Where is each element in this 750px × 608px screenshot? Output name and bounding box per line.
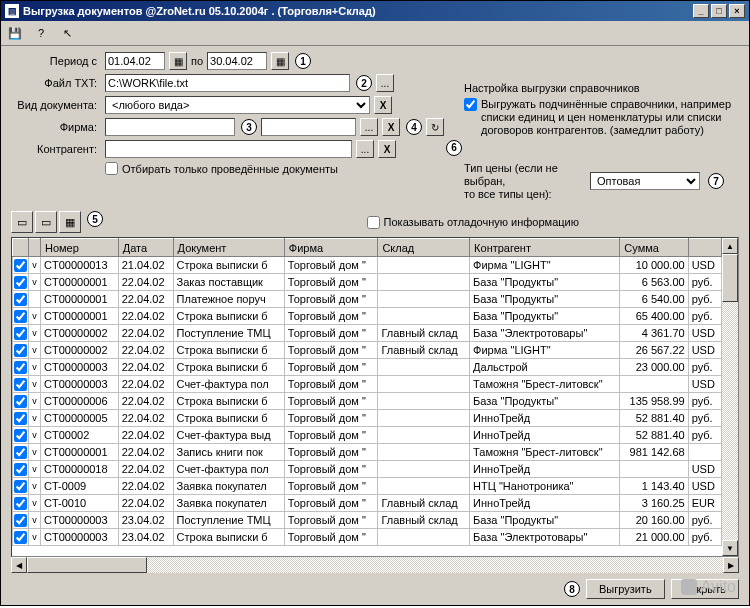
table-row[interactable]: CT0000000122.04.02Платежное поручТорговы… — [13, 291, 722, 308]
column-header[interactable]: Фирма — [284, 239, 378, 257]
column-header[interactable]: Склад — [378, 239, 470, 257]
cell-num: CT00000001 — [41, 308, 119, 325]
row-checkbox[interactable] — [14, 395, 27, 408]
file-browse-button[interactable]: ... — [376, 74, 394, 92]
table-row[interactable]: vCT0000001321.04.02Строка выписки бТорго… — [13, 257, 722, 274]
cell-warehouse — [378, 410, 470, 427]
doctype-clear-button[interactable]: X — [374, 96, 392, 114]
row-checkbox[interactable] — [14, 412, 27, 425]
horizontal-scrollbar[interactable]: ◀ ▶ — [11, 557, 739, 573]
cell-date: 23.04.02 — [118, 529, 173, 546]
refresh-button[interactable]: ↻ — [426, 118, 444, 136]
price-type-select[interactable]: Оптовая — [590, 172, 700, 190]
calendar-from-button[interactable]: ▦ — [169, 52, 187, 70]
data-table: НомерДатаДокументФирмаСкладКонтрагентСум… — [11, 237, 739, 557]
file-label: Файл TXT: — [11, 77, 101, 89]
grid-btn-2[interactable]: ▭ — [35, 211, 57, 233]
row-checkbox[interactable] — [14, 310, 27, 323]
cell-contractor: База "Продукты" — [470, 393, 620, 410]
row-checkbox[interactable] — [14, 497, 27, 510]
cell-date: 22.04.02 — [118, 359, 173, 376]
table-row[interactable]: vCT-000922.04.02Заявка покупателТорговый… — [13, 478, 722, 495]
firm-clear-button[interactable]: X — [382, 118, 400, 136]
arrow-icon[interactable]: ↖ — [57, 23, 77, 43]
scroll-up-button[interactable]: ▲ — [722, 238, 738, 254]
scroll-thumb[interactable] — [722, 254, 738, 302]
row-checkbox[interactable] — [14, 378, 27, 391]
cell-doc: Поступление ТМЦ — [173, 325, 284, 342]
table-row[interactable]: vCT0000001822.04.02Счет-фактура полТорго… — [13, 461, 722, 478]
cell-num: CT00000001 — [41, 274, 119, 291]
table-row[interactable]: vCT0000000622.04.02Строка выписки бТорго… — [13, 393, 722, 410]
table-row[interactable]: vCT0000000323.04.02Строка выписки бТорго… — [13, 529, 722, 546]
export-button[interactable]: Выгрузить — [586, 579, 665, 599]
table-row[interactable]: vCT-001022.04.02Заявка покупателТорговый… — [13, 495, 722, 512]
table-row[interactable]: vCT0000000322.04.02Строка выписки бТорго… — [13, 359, 722, 376]
firm-input-2[interactable] — [261, 118, 356, 136]
contractor-browse-button[interactable]: ... — [356, 140, 374, 158]
table-row[interactable]: vCT0000000222.04.02Поступление ТМЦТоргов… — [13, 325, 722, 342]
grid-btn-1[interactable]: ▭ — [11, 211, 33, 233]
cell-date: 22.04.02 — [118, 478, 173, 495]
cell-sum: 26 567.22 — [620, 342, 688, 359]
scroll-right-button[interactable]: ▶ — [723, 557, 739, 573]
table-row[interactable]: vCT0000000323.04.02Поступление ТМЦТоргов… — [13, 512, 722, 529]
row-checkbox[interactable] — [14, 429, 27, 442]
row-checkbox[interactable] — [14, 361, 27, 374]
scroll-down-button[interactable]: ▼ — [722, 540, 738, 556]
row-checkbox[interactable] — [14, 463, 27, 476]
grid-btn-3[interactable]: ▦ — [59, 211, 81, 233]
row-posted-mark: v — [29, 444, 41, 461]
firm-browse-button[interactable]: ... — [360, 118, 378, 136]
scroll-left-button[interactable]: ◀ — [11, 557, 27, 573]
column-header[interactable]: Дата — [118, 239, 173, 257]
table-row[interactable]: vCT0000000122.04.02Запись книги покТорго… — [13, 444, 722, 461]
cell-num: CT-0010 — [41, 495, 119, 512]
column-header[interactable] — [29, 239, 41, 257]
column-header[interactable] — [13, 239, 29, 257]
row-checkbox[interactable] — [14, 480, 27, 493]
close-button[interactable]: × — [729, 4, 745, 18]
minimize-button[interactable]: _ — [693, 4, 709, 18]
calendar-to-button[interactable]: ▦ — [271, 52, 289, 70]
row-checkbox[interactable] — [14, 293, 27, 306]
row-checkbox[interactable] — [14, 259, 27, 272]
row-checkbox[interactable] — [14, 531, 27, 544]
row-checkbox[interactable] — [14, 276, 27, 289]
cell-currency: USD — [688, 342, 721, 359]
export-child-checkbox[interactable] — [464, 98, 477, 111]
contractor-input[interactable] — [105, 140, 352, 158]
doctype-select[interactable]: <любого вида> — [105, 96, 370, 114]
table-row[interactable]: vCT0000000322.04.02Счет-фактура полТорго… — [13, 376, 722, 393]
cell-num: CT00000018 — [41, 461, 119, 478]
row-checkbox[interactable] — [14, 327, 27, 340]
vertical-scrollbar[interactable]: ▲ ▼ — [722, 238, 738, 556]
table-row[interactable]: vCT0000000522.04.02Строка выписки бТорго… — [13, 410, 722, 427]
hscroll-thumb[interactable] — [27, 557, 147, 573]
only-posted-checkbox[interactable] — [105, 162, 118, 175]
contractor-clear-button[interactable]: X — [378, 140, 396, 158]
table-row[interactable]: vCT0000000222.04.02Строка выписки бТорго… — [13, 342, 722, 359]
table-row[interactable]: vCT0000000122.04.02Строка выписки бТорго… — [13, 308, 722, 325]
file-input[interactable] — [105, 74, 350, 92]
save-icon[interactable]: 💾 — [5, 23, 25, 43]
column-header[interactable]: Контрагент — [470, 239, 620, 257]
row-checkbox[interactable] — [14, 344, 27, 357]
help-icon[interactable]: ? — [31, 23, 51, 43]
firm-input[interactable] — [105, 118, 235, 136]
row-checkbox[interactable] — [14, 446, 27, 459]
period-to-input[interactable] — [207, 52, 267, 70]
table-row[interactable]: vCT0000222.04.02Счет-фактура выдТорговый… — [13, 427, 722, 444]
column-header[interactable]: Документ — [173, 239, 284, 257]
table-row[interactable]: vCT0000000122.04.02Заказ поставщикТоргов… — [13, 274, 722, 291]
column-header[interactable]: Номер — [41, 239, 119, 257]
row-checkbox[interactable] — [14, 514, 27, 527]
titlebar[interactable]: ▤ Выгрузка документов @ZroNet.ru 05.10.2… — [1, 1, 749, 21]
cell-num: CT-0009 — [41, 478, 119, 495]
show-debug-checkbox[interactable] — [367, 216, 380, 229]
column-header[interactable] — [688, 239, 721, 257]
period-from-input[interactable] — [105, 52, 165, 70]
cell-sum — [620, 376, 688, 393]
maximize-button[interactable]: □ — [711, 4, 727, 18]
column-header[interactable]: Сумма — [620, 239, 688, 257]
